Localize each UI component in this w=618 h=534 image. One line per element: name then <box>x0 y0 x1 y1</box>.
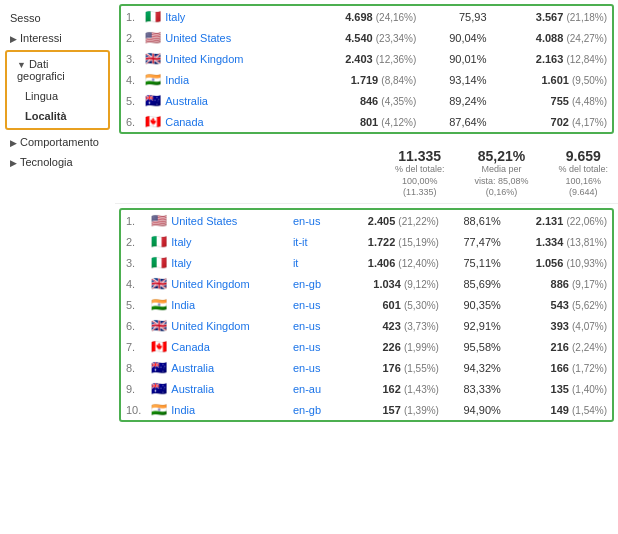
country-cell[interactable]: 🇮🇹 Italy <box>140 6 301 27</box>
country-cell[interactable]: 🇮🇹 Italy <box>146 231 288 252</box>
country-link[interactable]: 🇨🇦 Canada <box>145 114 296 129</box>
country-cell[interactable]: 🇮🇳 India <box>140 69 301 90</box>
sidebar-item-localita[interactable]: Località <box>7 106 108 126</box>
country-link[interactable]: 🇺🇸 United States <box>151 213 283 228</box>
country-cell[interactable]: 🇺🇸 United States <box>140 27 301 48</box>
country-name: India <box>165 74 189 86</box>
country-cell[interactable]: 🇬🇧 United Kingdom <box>146 315 288 336</box>
metric-sessions: 4.540 (23,34%) <box>301 27 421 48</box>
metric-rate: 83,33% <box>444 378 506 399</box>
users-pct: (2,24%) <box>572 342 607 353</box>
country-cell[interactable]: 🇨🇦 Canada <box>140 111 301 132</box>
row-number: 7. <box>121 336 146 357</box>
country-link[interactable]: 🇬🇧 United Kingdom <box>145 51 296 66</box>
sidebar-item-interessi[interactable]: ▶Interessi <box>0 28 115 48</box>
metric-rate: 90,35% <box>444 294 506 315</box>
session-value: 1.034 <box>373 278 401 290</box>
sidebar-item-tecnologia[interactable]: ▶Tecnologia <box>0 152 115 172</box>
lang-cell: en-au <box>288 378 338 399</box>
country-name: India <box>171 299 195 311</box>
session-pct: (3,73%) <box>404 321 439 332</box>
country-name: Italy <box>165 11 185 23</box>
country-link[interactable]: 🇺🇸 United States <box>145 30 296 45</box>
row-number: 3. <box>121 48 140 69</box>
country-cell[interactable]: 🇮🇹 Italy <box>146 252 288 273</box>
metric-users: 755 (4,48%) <box>492 90 612 111</box>
summary-value: 11.335 <box>395 148 445 164</box>
country-link[interactable]: 🇮🇹 Italy <box>145 9 296 24</box>
bottom-table: 1. 🇺🇸 United States en-us 2.405 (21,22%)… <box>119 208 614 422</box>
country-link[interactable]: 🇮🇹 Italy <box>151 255 283 270</box>
country-link[interactable]: 🇬🇧 United Kingdom <box>151 318 283 333</box>
users-pct: (24,27%) <box>566 33 607 44</box>
country-cell[interactable]: 🇨🇦 Canada <box>146 336 288 357</box>
users-value: 543 <box>551 299 569 311</box>
users-value: 1.056 <box>536 257 564 269</box>
metric-rate: 75,11% <box>444 252 506 273</box>
lang-cell: en-us <box>288 315 338 336</box>
summary-item: 11.335 % del totale:100,00%(11.335) <box>395 148 445 199</box>
lang-cell: en-us <box>288 336 338 357</box>
country-link[interactable]: 🇨🇦 Canada <box>151 339 283 354</box>
metric-sessions: 601 (5,30%) <box>338 294 444 315</box>
country-name: Canada <box>165 116 204 128</box>
table-row: 8. 🇦🇺 Australia en-us 176 (1,55%) 94,32%… <box>121 357 612 378</box>
users-pct: (9,50%) <box>572 75 607 86</box>
country-cell[interactable]: 🇮🇳 India <box>146 399 288 420</box>
country-cell[interactable]: 🇬🇧 United Kingdom <box>146 273 288 294</box>
metric-users: 702 (4,17%) <box>492 111 612 132</box>
users-pct: (9,17%) <box>572 279 607 290</box>
metric-users: 166 (1,72%) <box>506 357 612 378</box>
country-cell[interactable]: 🇦🇺 Australia <box>146 378 288 399</box>
country-link[interactable]: 🇦🇺 Australia <box>151 381 283 396</box>
country-cell[interactable]: 🇺🇸 United States <box>146 210 288 231</box>
country-cell[interactable]: 🇬🇧 United Kingdom <box>140 48 301 69</box>
session-pct: (5,30%) <box>404 300 439 311</box>
session-value: 2.405 <box>368 215 396 227</box>
users-pct: (22,06%) <box>566 216 607 227</box>
metric-sessions: 1.719 (8,84%) <box>301 69 421 90</box>
country-cell[interactable]: 🇦🇺 Australia <box>146 357 288 378</box>
country-link[interactable]: 🇦🇺 Australia <box>151 360 283 375</box>
metric-rate: 95,58% <box>444 336 506 357</box>
country-link[interactable]: 🇦🇺 Australia <box>145 93 296 108</box>
table-row: 6. 🇬🇧 United Kingdom en-us 423 (3,73%) 9… <box>121 315 612 336</box>
users-value: 135 <box>551 383 569 395</box>
country-name: Italy <box>171 236 191 248</box>
country-link[interactable]: 🇮🇹 Italy <box>151 234 283 249</box>
country-cell[interactable]: 🇮🇳 India <box>146 294 288 315</box>
summary-label: % del totale:100,16%(9.644) <box>558 164 608 199</box>
country-link[interactable]: 🇬🇧 United Kingdom <box>151 276 283 291</box>
session-pct: (1,43%) <box>404 384 439 395</box>
session-pct: (23,34%) <box>376 33 417 44</box>
country-link[interactable]: 🇮🇳 India <box>151 297 283 312</box>
rate-value: 90,01% <box>449 53 486 65</box>
session-pct: (9,12%) <box>404 279 439 290</box>
sidebar-item-comportamento[interactable]: ▶Comportamento <box>0 132 115 152</box>
metric-sessions: 2.403 (12,36%) <box>301 48 421 69</box>
language-code: it-it <box>293 236 308 248</box>
metric-sessions: 2.405 (21,22%) <box>338 210 444 231</box>
sidebar-item-sesso[interactable]: Sesso <box>0 8 115 28</box>
sidebar-item-dati-geografici[interactable]: ▼Dati geografici <box>7 54 108 86</box>
users-value: 702 <box>551 116 569 128</box>
rate-value: 88,61% <box>464 215 501 227</box>
sidebar-item-lingua[interactable]: Lingua <box>7 86 108 106</box>
table-row: 5. 🇮🇳 India en-us 601 (5,30%) 90,35% 543… <box>121 294 612 315</box>
country-link[interactable]: 🇮🇳 India <box>145 72 296 87</box>
country-cell[interactable]: 🇦🇺 Australia <box>140 90 301 111</box>
country-name: Australia <box>165 95 208 107</box>
session-pct: (12,40%) <box>398 258 439 269</box>
rate-value: 77,47% <box>464 236 501 248</box>
metric-rate: 77,47% <box>444 231 506 252</box>
metric-rate: 87,64% <box>421 111 491 132</box>
flag-icon: 🇬🇧 <box>151 276 167 291</box>
country-name: Australia <box>171 383 214 395</box>
metric-rate: 94,32% <box>444 357 506 378</box>
main-content: 1. 🇮🇹 Italy 4.698 (24,16%) 75,93 3.567 (… <box>115 0 618 426</box>
arrow-icon: ▶ <box>10 158 17 168</box>
country-link[interactable]: 🇮🇳 India <box>151 402 283 417</box>
users-value: 1.601 <box>541 74 569 86</box>
metric-sessions: 423 (3,73%) <box>338 315 444 336</box>
table-row: 2. 🇮🇹 Italy it-it 1.722 (15,19%) 77,47% … <box>121 231 612 252</box>
